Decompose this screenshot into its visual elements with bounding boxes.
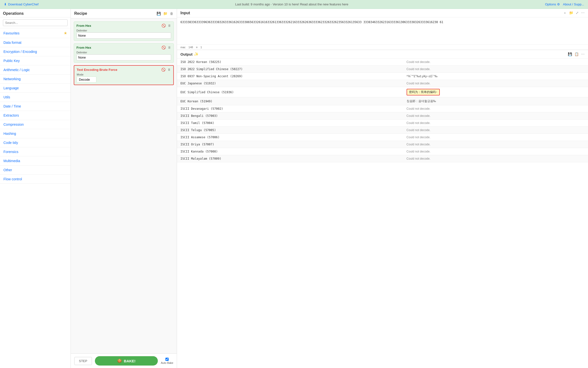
sidebar-item-extractors[interactable]: Extractors (0, 111, 71, 120)
result-cell: Could not decode. (403, 80, 588, 87)
folder-input-icon[interactable]: 📁 (569, 11, 573, 15)
recipe-block-name-2: Text Encoding Brute Force (77, 68, 117, 72)
encoding-cell: ISCII Malayalam (57009) (177, 155, 403, 162)
sidebar-item-label: Language (3, 86, 19, 90)
options-label: Options (545, 2, 556, 6)
output-title-container: Output ✨ (180, 52, 199, 56)
recipe-mode-value-2[interactable]: Decode (77, 77, 96, 83)
sidebar-item-publickey[interactable]: Public Key (0, 56, 71, 65)
table-row: ISO 2022 Simplified Chinese (50227)Could… (177, 66, 588, 73)
sidebar-item-date/time[interactable]: Date / Time (0, 102, 71, 111)
sidebar-item-other[interactable]: Other (0, 166, 71, 175)
copy-output-icon[interactable]: 📋 (574, 52, 579, 56)
bake-icon: 🍪 (117, 359, 122, 363)
sidebar-item-favourites[interactable]: Favourites★ (0, 28, 71, 38)
encoding-cell: EUC Simplified Chinese (51936) (177, 87, 403, 97)
output-table-body: ISO 2022 Korean (50225)Could not decode.… (177, 59, 588, 162)
main-layout: Operations Favourites★Data formatEncrypt… (0, 9, 588, 368)
sidebar-item-encryption/encoding[interactable]: Encryption / Encoding (0, 47, 71, 56)
recipe-block-name-0: From Hex (76, 24, 91, 28)
step-button[interactable]: STEP (74, 357, 92, 365)
pause-icon[interactable]: ⏸ (168, 46, 171, 49)
sidebar-item-utils[interactable]: Utils (0, 93, 71, 102)
sidebar-item-label: Date / Time (3, 104, 21, 108)
disable-icon[interactable]: 🚫 (161, 68, 165, 72)
topbar-right: Options ⚙ About / Supp... (545, 2, 584, 6)
sidebar-item-flowcontrol[interactable]: Flow control (0, 175, 71, 184)
output-section: Output ✨ 💾 📋 ⋯ ISO 2022 Korean (50225)Co… (177, 50, 588, 368)
autobake-label: Auto Bake (161, 361, 173, 364)
search-container (0, 17, 71, 28)
expand-input-icon[interactable]: ⤢ (576, 11, 579, 15)
sidebar-item-arithmetic/logic[interactable]: Arithmetic / Logic (0, 65, 71, 75)
input-lines-val: 1 (201, 46, 202, 49)
disable-icon[interactable]: 🚫 (162, 24, 166, 28)
bake-button[interactable]: 🍪 BAKE! (95, 356, 158, 366)
save-output-icon[interactable]: 💾 (568, 52, 572, 56)
result-cell: Could not decode. (403, 66, 588, 73)
encoding-cell: ISO 6937 Non-Spacing Accent (20269) (177, 73, 403, 80)
save-recipe-icon[interactable]: 💾 (157, 12, 161, 15)
search-input[interactable] (3, 19, 68, 26)
recipe-block-header-1: From Hex🚫⏸ (76, 46, 171, 49)
recipe-header: Recipe 💾 📁 🗑 (71, 9, 177, 18)
table-row: EUC Korean (51949)칭음郞：음데할긍픔‰ (177, 97, 588, 105)
sidebar-item-label: Flow control (3, 177, 22, 181)
sidebar-item-label: Hashing (3, 132, 16, 136)
recipe-block-icons-1: 🚫⏸ (162, 46, 171, 49)
sidebar-item-label: Data format (3, 41, 21, 45)
encoding-cell: ISCII Bengali (57003) (177, 112, 403, 120)
sidebar-list: Favourites★Data formatEncryption / Encod… (0, 28, 71, 368)
more-input-icon[interactable]: ⋯ (581, 11, 585, 15)
sidebar-item-compression[interactable]: Compression (0, 120, 71, 129)
wand-icon[interactable]: ✨ (194, 52, 199, 56)
encoding-cell: ISO 2022 Korean (50225) (177, 59, 403, 66)
recipe-field-input-0[interactable] (76, 32, 171, 39)
pause-icon[interactable]: ⏸ (168, 24, 171, 28)
input-stats: mac 148 ≡ 1 (177, 45, 588, 50)
build-info: Last build: 9 months ago · Version 10 is… (235, 2, 348, 6)
sidebar-item-label: Multimedia (3, 159, 20, 163)
sidebar-item-forensics[interactable]: Forensics (0, 147, 71, 156)
sidebar-item-codetidy[interactable]: Code tidy (0, 138, 71, 147)
sidebar-item-multimedia[interactable]: Multimedia (0, 156, 71, 166)
recipe-block-header-2: Text Encoding Brute Force🚫⏸ (77, 68, 171, 72)
result-cell: Could not decode. (403, 127, 588, 134)
output-header: Output ✨ 💾 📋 ⋯ (177, 50, 588, 59)
about-link[interactable]: About / Supp... (563, 2, 584, 6)
sidebar-item-language[interactable]: Language (0, 84, 71, 93)
encoding-cell: EUC Korean (51949) (177, 97, 403, 105)
options-link[interactable]: Options ⚙ (545, 2, 560, 6)
recipe-field-input-1[interactable] (76, 54, 171, 61)
result-cell: Could not decode. (403, 112, 588, 120)
encoding-cell: EUC Japanese (51932) (177, 80, 403, 87)
load-recipe-icon[interactable]: 📁 (163, 12, 167, 15)
download-cyberchef-link[interactable]: ⬇ Download CyberChef (4, 2, 39, 6)
add-input-icon[interactable]: ＋ (563, 11, 567, 15)
recipe-block-1: From Hex🚫⏸Delimiter (74, 43, 174, 63)
recipe-field-1: Delimiter (76, 51, 171, 61)
recipe-block-header-0: From Hex🚫⏸ (76, 24, 171, 28)
recipe-block-icons-0: 🚫⏸ (162, 24, 171, 28)
disable-icon[interactable]: 🚫 (162, 46, 166, 49)
sidebar-item-label: Arithmetic / Logic (3, 68, 30, 72)
encoding-cell: ISCII Kannada (57008) (177, 148, 403, 155)
recipe-block-name-1: From Hex (76, 46, 91, 49)
sidebar-item-networking[interactable]: Networking (0, 75, 71, 84)
table-row: ISO 6937 Non-Spacing Accent (20269)^%´°"… (177, 73, 588, 80)
clear-recipe-icon[interactable]: 🗑 (170, 12, 173, 15)
autobake-checkbox[interactable] (165, 358, 169, 361)
encoding-cell: ISO 2022 Simplified Chinese (50227) (177, 66, 403, 73)
recipe-field-0: Delimiter (76, 29, 171, 39)
result-cell: 密码为：简单的编码~ (403, 87, 588, 97)
bake-label: BAKE! (124, 359, 136, 363)
pause-icon[interactable]: ⏸ (167, 68, 171, 72)
input-text-area[interactable]: 6333383363333963633338326333616263333865… (177, 17, 588, 45)
table-row: ISCII Devanagari (57002)Could not decode… (177, 105, 588, 112)
sidebar-item-label: Other (3, 168, 12, 172)
more-output-icon[interactable]: ⋯ (581, 52, 585, 56)
sidebar-item-dataformat[interactable]: Data format (0, 38, 71, 47)
sidebar-item-hashing[interactable]: Hashing (0, 129, 71, 138)
recipe-mode-label-2: Mode (77, 73, 171, 76)
encoding-cell: ISCII Telugu (57005) (177, 127, 403, 134)
